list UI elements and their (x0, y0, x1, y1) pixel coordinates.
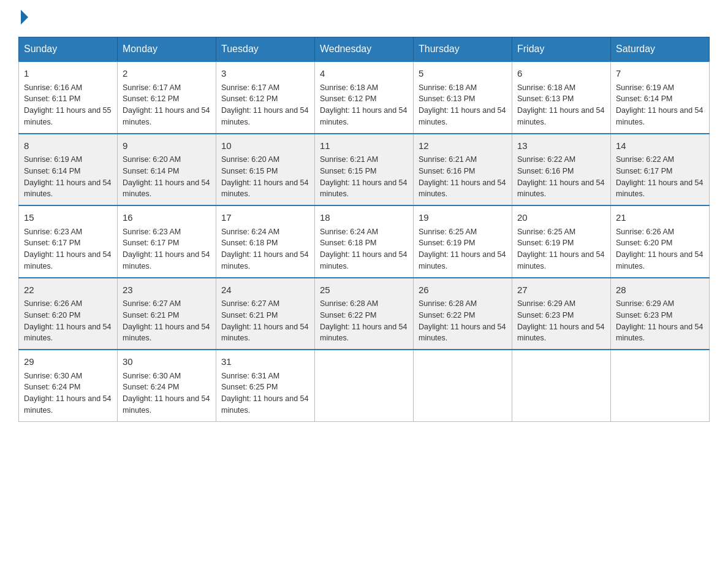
calendar-cell: 30Sunrise: 6:30 AMSunset: 6:24 PMDayligh… (118, 350, 216, 421)
calendar-header-thursday: Thursday (414, 37, 512, 62)
day-number: 27 (517, 283, 605, 297)
calendar-cell: 12Sunrise: 6:21 AMSunset: 6:16 PMDayligh… (414, 134, 512, 206)
calendar-header-wednesday: Wednesday (315, 37, 414, 62)
calendar-table: SundayMondayTuesdayWednesdayThursdayFrid… (18, 37, 710, 422)
calendar-cell: 14Sunrise: 6:22 AMSunset: 6:17 PMDayligh… (611, 134, 710, 206)
day-number: 18 (320, 211, 408, 225)
calendar-cell: 13Sunrise: 6:22 AMSunset: 6:16 PMDayligh… (512, 134, 611, 206)
day-number: 2 (123, 67, 211, 81)
calendar-week-row: 22Sunrise: 6:26 AMSunset: 6:20 PMDayligh… (19, 278, 710, 350)
logo-arrow-icon (21, 10, 28, 25)
day-number: 25 (320, 283, 408, 297)
calendar-cell: 29Sunrise: 6:30 AMSunset: 6:24 PMDayligh… (19, 350, 118, 421)
day-number: 14 (616, 139, 704, 153)
day-number: 13 (517, 139, 605, 153)
page-header (18, 12, 710, 25)
calendar-cell: 4Sunrise: 6:18 AMSunset: 6:12 PMDaylight… (315, 61, 414, 134)
calendar-cell: 22Sunrise: 6:26 AMSunset: 6:20 PMDayligh… (19, 278, 118, 350)
calendar-cell: 6Sunrise: 6:18 AMSunset: 6:13 PMDaylight… (512, 61, 611, 134)
day-number: 10 (221, 139, 309, 153)
day-number: 20 (517, 211, 605, 225)
calendar-cell: 1Sunrise: 6:16 AMSunset: 6:11 PMDaylight… (19, 61, 118, 134)
day-number: 5 (419, 67, 507, 81)
calendar-cell: 7Sunrise: 6:19 AMSunset: 6:14 PMDaylight… (611, 61, 710, 134)
calendar-header-sunday: Sunday (19, 37, 118, 62)
day-number: 24 (221, 283, 309, 297)
calendar-cell: 10Sunrise: 6:20 AMSunset: 6:15 PMDayligh… (216, 134, 315, 206)
calendar-cell (414, 350, 512, 421)
calendar-cell: 18Sunrise: 6:24 AMSunset: 6:18 PMDayligh… (315, 205, 414, 278)
calendar-cell: 9Sunrise: 6:20 AMSunset: 6:14 PMDaylight… (118, 134, 216, 206)
day-number: 12 (419, 139, 507, 153)
day-number: 26 (419, 283, 507, 297)
calendar-cell: 25Sunrise: 6:28 AMSunset: 6:22 PMDayligh… (315, 278, 414, 350)
calendar-cell: 23Sunrise: 6:27 AMSunset: 6:21 PMDayligh… (118, 278, 216, 350)
day-number: 29 (24, 355, 112, 369)
day-number: 22 (24, 283, 112, 297)
calendar-cell: 17Sunrise: 6:24 AMSunset: 6:18 PMDayligh… (216, 205, 315, 278)
calendar-cell: 3Sunrise: 6:17 AMSunset: 6:12 PMDaylight… (216, 61, 315, 134)
day-number: 3 (221, 67, 309, 81)
calendar-header-monday: Monday (118, 37, 216, 62)
day-number: 19 (419, 211, 507, 225)
calendar-cell: 19Sunrise: 6:25 AMSunset: 6:19 PMDayligh… (414, 205, 512, 278)
calendar-cell (512, 350, 611, 421)
day-number: 31 (221, 355, 309, 369)
calendar-cell: 15Sunrise: 6:23 AMSunset: 6:17 PMDayligh… (19, 205, 118, 278)
day-number: 8 (24, 139, 112, 153)
calendar-cell: 31Sunrise: 6:31 AMSunset: 6:25 PMDayligh… (216, 350, 315, 421)
day-number: 16 (123, 211, 211, 225)
day-number: 11 (320, 139, 408, 153)
calendar-header-friday: Friday (512, 37, 611, 62)
day-number: 21 (616, 211, 704, 225)
day-number: 30 (123, 355, 211, 369)
day-number: 28 (616, 283, 704, 297)
calendar-cell: 27Sunrise: 6:29 AMSunset: 6:23 PMDayligh… (512, 278, 611, 350)
calendar-cell: 11Sunrise: 6:21 AMSunset: 6:15 PMDayligh… (315, 134, 414, 206)
calendar-cell: 2Sunrise: 6:17 AMSunset: 6:12 PMDaylight… (118, 61, 216, 134)
calendar-cell: 16Sunrise: 6:23 AMSunset: 6:17 PMDayligh… (118, 205, 216, 278)
calendar-week-row: 1Sunrise: 6:16 AMSunset: 6:11 PMDaylight… (19, 61, 710, 134)
calendar-week-row: 15Sunrise: 6:23 AMSunset: 6:17 PMDayligh… (19, 205, 710, 278)
calendar-cell: 26Sunrise: 6:28 AMSunset: 6:22 PMDayligh… (414, 278, 512, 350)
day-number: 4 (320, 67, 408, 81)
calendar-cell: 20Sunrise: 6:25 AMSunset: 6:19 PMDayligh… (512, 205, 611, 278)
day-number: 9 (123, 139, 211, 153)
day-number: 7 (616, 67, 704, 81)
calendar-header-row: SundayMondayTuesdayWednesdayThursdayFrid… (19, 37, 710, 62)
logo (18, 12, 28, 25)
day-number: 6 (517, 67, 605, 81)
calendar-week-row: 29Sunrise: 6:30 AMSunset: 6:24 PMDayligh… (19, 350, 710, 421)
calendar-cell: 28Sunrise: 6:29 AMSunset: 6:23 PMDayligh… (611, 278, 710, 350)
calendar-cell (611, 350, 710, 421)
calendar-header-saturday: Saturday (611, 37, 710, 62)
calendar-cell (315, 350, 414, 421)
day-number: 17 (221, 211, 309, 225)
day-number: 15 (24, 211, 112, 225)
calendar-cell: 21Sunrise: 6:26 AMSunset: 6:20 PMDayligh… (611, 205, 710, 278)
day-number: 1 (24, 67, 112, 81)
day-number: 23 (123, 283, 211, 297)
calendar-cell: 5Sunrise: 6:18 AMSunset: 6:13 PMDaylight… (414, 61, 512, 134)
calendar-cell: 24Sunrise: 6:27 AMSunset: 6:21 PMDayligh… (216, 278, 315, 350)
calendar-header-tuesday: Tuesday (216, 37, 315, 62)
calendar-week-row: 8Sunrise: 6:19 AMSunset: 6:14 PMDaylight… (19, 134, 710, 206)
calendar-cell: 8Sunrise: 6:19 AMSunset: 6:14 PMDaylight… (19, 134, 118, 206)
